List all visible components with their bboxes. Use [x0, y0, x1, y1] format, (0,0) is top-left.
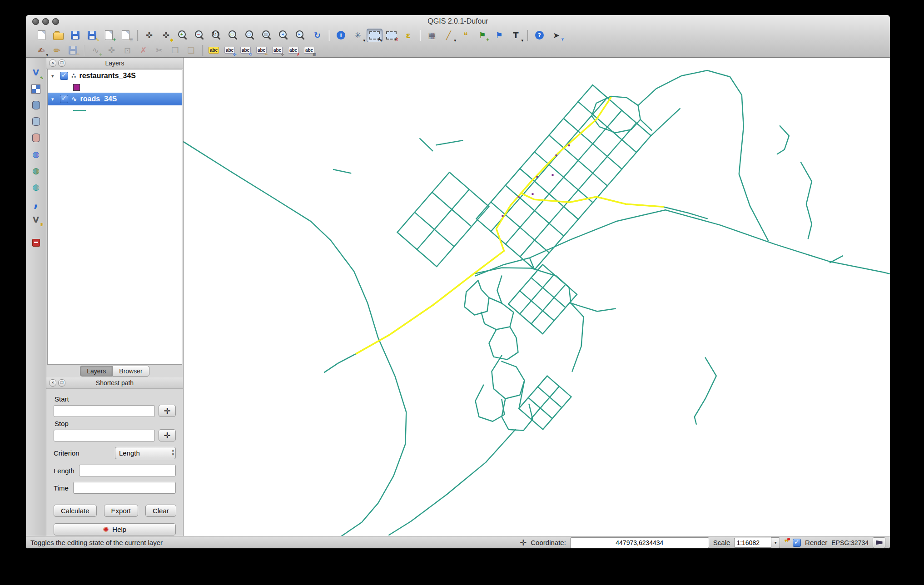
- layer-item-restaurants_34S[interactable]: ▾∴restaurants_34S: [48, 69, 182, 82]
- measure-button[interactable]: ╱▾: [441, 29, 457, 42]
- road-line: [641, 119, 652, 130]
- add-oracle-layer-button[interactable]: [28, 130, 44, 145]
- help-button[interactable]: ✺ Help: [54, 523, 176, 535]
- add-delimited-text-layer-button[interactable]: ,: [28, 196, 44, 211]
- road-line: [464, 280, 489, 315]
- crs-status-button[interactable]: [873, 537, 885, 548]
- run-feature-action-button[interactable]: ✳▾: [350, 29, 366, 42]
- add-spatialite-layer-button[interactable]: [28, 114, 44, 129]
- close-panel-icon[interactable]: ✕: [49, 379, 56, 387]
- open-attribute-table-button[interactable]: ▦: [424, 29, 440, 42]
- restaurant-point: [536, 176, 538, 178]
- save-project-button[interactable]: [67, 29, 83, 42]
- help-label: Help: [112, 526, 126, 533]
- expand-arrow-icon[interactable]: ▾: [51, 73, 57, 79]
- layer-checkbox[interactable]: [60, 95, 68, 103]
- zoom-button[interactable]: [52, 18, 59, 25]
- zoom-to-selection-button[interactable]: ▭: [242, 29, 258, 42]
- new-shapefile-layer-button[interactable]: V✱: [28, 212, 44, 227]
- cut-features-button[interactable]: ✂: [152, 44, 167, 57]
- add-vector-layer-button[interactable]: V∿: [28, 65, 44, 80]
- zoom-native-button[interactable]: 1:1: [209, 29, 224, 42]
- select-features-button[interactable]: ▾: [367, 29, 383, 42]
- new-bookmark-button[interactable]: ⚑+: [474, 29, 490, 42]
- toggle-editing-button[interactable]: ✏: [50, 44, 65, 57]
- tab-browser[interactable]: Browser: [112, 366, 149, 377]
- label-properties-button[interactable]: abc≡: [302, 44, 317, 57]
- node-tool-button[interactable]: ⊡: [120, 44, 135, 57]
- add-feature-button[interactable]: ∿+: [88, 44, 103, 57]
- add-wcs-layer-button[interactable]: ◍: [28, 163, 44, 178]
- zoom-full-button[interactable]: ▭: [225, 29, 241, 42]
- select-by-expression-button[interactable]: ε: [400, 29, 416, 42]
- title-bar[interactable]: QGIS 2.0.1-Dufour: [26, 15, 890, 27]
- pan-to-selection-button[interactable]: ✜◆: [158, 29, 174, 42]
- coordinate-input[interactable]: [570, 537, 709, 548]
- scale-input[interactable]: [734, 538, 771, 548]
- stop-input[interactable]: [54, 430, 155, 441]
- change-label-button[interactable]: abc✏: [254, 44, 269, 57]
- current-edits-button[interactable]: ✍▾: [34, 44, 49, 57]
- help-contents-button[interactable]: ?: [532, 29, 547, 42]
- zoom-out-button[interactable]: −: [192, 29, 208, 42]
- identify-features-button[interactable]: i: [333, 29, 349, 42]
- show-bookmarks-button[interactable]: ⚑: [491, 29, 507, 42]
- float-panel-icon[interactable]: ❐: [58, 59, 65, 67]
- layer-item-roads_34S[interactable]: ▾∿roads_34S: [48, 93, 182, 105]
- refresh-map-button[interactable]: ↻: [309, 29, 325, 42]
- labeling-button[interactable]: abc: [206, 44, 221, 57]
- delete-selected-button[interactable]: ✗: [136, 44, 151, 57]
- save-layer-edits-button[interactable]: ✏: [65, 44, 80, 57]
- time-input[interactable]: [73, 482, 176, 494]
- zoom-to-layer-button[interactable]: ▤: [259, 29, 275, 42]
- zoom-last-button[interactable]: ◂: [276, 29, 292, 42]
- add-raster-layer-button[interactable]: [28, 81, 44, 96]
- start-input[interactable]: [54, 405, 155, 417]
- new-project-button[interactable]: [34, 29, 50, 42]
- tab-layers[interactable]: Layers: [80, 366, 112, 377]
- pin-labels-button[interactable]: abc✛: [270, 44, 285, 57]
- new-print-composer-button[interactable]: +: [101, 29, 117, 42]
- add-postgis-layer-button[interactable]: [28, 98, 44, 113]
- layer-symbol-swatch[interactable]: [73, 110, 86, 111]
- stop-capture-button[interactable]: ✛: [159, 429, 176, 441]
- render-checkbox[interactable]: [793, 539, 801, 547]
- layer-symbol-swatch[interactable]: [73, 84, 80, 91]
- close-panel-icon[interactable]: ✕: [49, 59, 56, 67]
- open-project-button[interactable]: [50, 29, 66, 42]
- map-canvas[interactable]: [184, 58, 890, 536]
- remove-layer-button[interactable]: [28, 235, 44, 250]
- composer-manager-button[interactable]: ≡: [118, 29, 134, 42]
- text-annotation-button[interactable]: T▾: [508, 29, 524, 42]
- length-input[interactable]: [79, 465, 176, 476]
- criterion-select[interactable]: Length ▴▾: [115, 447, 176, 459]
- export-button[interactable]: Export: [104, 505, 138, 517]
- paste-features-button[interactable]: ❏: [184, 44, 199, 57]
- close-button[interactable]: [32, 18, 39, 25]
- map-tips-button[interactable]: ❝: [457, 29, 473, 42]
- help-icon: ✺: [103, 526, 109, 534]
- move-label-button[interactable]: abc✜: [222, 44, 237, 57]
- move-feature-button[interactable]: ✜: [104, 44, 119, 57]
- map-tips-icon: ❝: [458, 29, 473, 42]
- clear-button[interactable]: Clear: [145, 505, 176, 517]
- add-wfs-layer-button[interactable]: ◍: [28, 179, 44, 194]
- log-messages-icon[interactable]: ❞: [784, 539, 789, 547]
- deselect-all-button[interactable]: ✗: [383, 29, 399, 42]
- show-hide-labels-button[interactable]: abc✗: [286, 44, 301, 57]
- start-capture-button[interactable]: ✛: [159, 405, 176, 417]
- add-wms-layer-button[interactable]: ◍: [28, 147, 44, 162]
- rotate-label-button[interactable]: abc↻: [238, 44, 253, 57]
- expand-arrow-icon[interactable]: ▾: [51, 96, 57, 102]
- pan-map-button[interactable]: ✜: [141, 29, 157, 42]
- save-project-as-button[interactable]: ✎: [84, 29, 100, 42]
- minimize-button[interactable]: [42, 18, 49, 25]
- copy-features-button[interactable]: ❐: [168, 44, 183, 57]
- scale-dropdown-icon[interactable]: ▾: [771, 537, 780, 548]
- float-panel-icon[interactable]: ❐: [58, 379, 65, 387]
- zoom-in-button[interactable]: +: [175, 29, 191, 42]
- whats-this-button[interactable]: ➤?: [548, 29, 564, 42]
- layer-checkbox[interactable]: [60, 72, 68, 80]
- zoom-next-button[interactable]: ▸: [293, 29, 308, 42]
- calculate-button[interactable]: Calculate: [54, 505, 97, 517]
